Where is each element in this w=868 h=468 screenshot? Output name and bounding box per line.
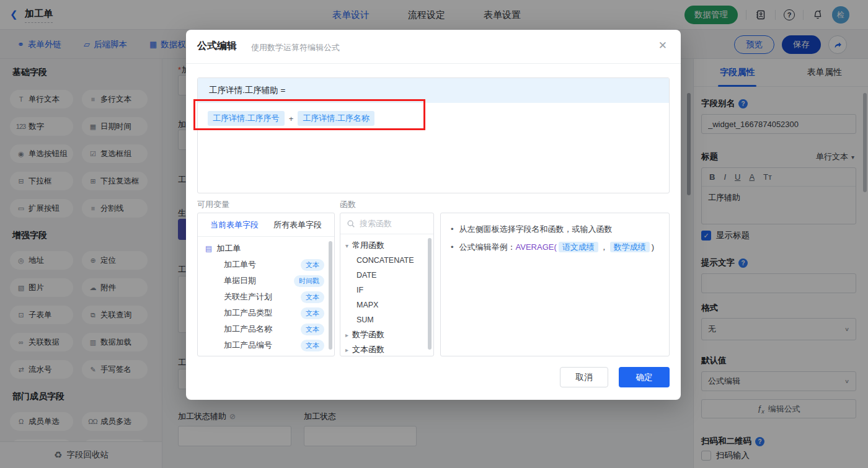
- field-chip[interactable]: 工序详情.工序名称: [298, 111, 374, 126]
- confirm-button[interactable]: 确定: [619, 367, 670, 387]
- collapsed-function-groups: ▸ 数学函数 ▸ 文本函数: [340, 327, 433, 356]
- variable-field-list: 加工单号 文本 单据日期 时间戳 关联生产计划 文本 加工产品类型 文本: [198, 257, 334, 353]
- variable-field-name: 关联生产计划: [224, 291, 272, 302]
- example-field-chip: 数学成绩: [610, 242, 650, 252]
- function-list: CONCATENATE DATE IF MAPX SUM: [340, 253, 433, 327]
- cancel-button[interactable]: 取消: [560, 367, 608, 387]
- formula-edit-modal: 公式编辑 使用数学运算符编辑公式 ✕ 工序详情.工序辅助 = 工序详情.工序序号…: [186, 30, 681, 400]
- function-group-collapsed[interactable]: ▸ 文本函数: [340, 342, 433, 356]
- variable-field-name: 加工产品名称: [224, 324, 272, 335]
- formula-expression[interactable]: 工序详情.工序序号 + 工序详情.工序名称: [198, 103, 669, 134]
- tab-current-form-fields[interactable]: 当前表单字段: [210, 219, 259, 231]
- field-chip[interactable]: 工序详情.工序序号: [208, 111, 285, 126]
- function-item[interactable]: IF: [340, 283, 433, 298]
- bullet-icon: •: [451, 223, 454, 235]
- tip-text: 从左侧面板选择字段名和函数，或输入函数: [459, 223, 613, 235]
- example-field-chip: 语文成绩: [559, 242, 598, 252]
- variables-scrollbar[interactable]: [329, 241, 332, 350]
- function-group-collapsed[interactable]: ▸ 数学函数: [340, 327, 433, 342]
- variable-type-badge: 文本: [301, 291, 324, 303]
- variable-type-badge: 文本: [301, 259, 324, 271]
- plus-operator: +: [289, 114, 294, 123]
- variables-label: 可用变量: [197, 199, 229, 210]
- function-group-label: 文本函数: [352, 344, 384, 355]
- functions-scrollbar[interactable]: [428, 238, 432, 350]
- functions-panel: ▾ 常用函数 CONCATENATE DATE IF MAPX SUM ▸ 数学…: [340, 213, 434, 356]
- bullet-icon: •: [451, 241, 454, 253]
- tab-all-form-fields[interactable]: 所有表单字段: [273, 219, 322, 231]
- formula-target: 工序详情.工序辅助 =: [198, 78, 669, 103]
- modal-subtitle: 使用数学运算符编辑公式: [251, 42, 340, 53]
- function-group-label: 数学函数: [352, 329, 384, 340]
- variable-type-badge: 文本: [301, 307, 324, 319]
- close-icon[interactable]: ✕: [658, 39, 667, 52]
- formula-editor[interactable]: 工序详情.工序辅助 = 工序详情.工序序号 + 工序详情.工序名称: [197, 77, 670, 193]
- variable-field-row[interactable]: 加工产品编号 文本: [198, 337, 334, 353]
- variable-type-badge: 时间戳: [294, 275, 324, 287]
- variable-field-name: 单据日期: [224, 275, 256, 286]
- function-group-common[interactable]: ▾ 常用函数: [340, 238, 433, 253]
- formula-help-panel: • 从左侧面板选择字段名和函数，或输入函数 • 公式编辑举例：AVERAGE(语…: [440, 213, 670, 356]
- chevron-right-icon: ▸: [345, 347, 348, 353]
- variable-field-row[interactable]: 加工产品类型 文本: [198, 305, 334, 321]
- variable-field-row[interactable]: 加工单号 文本: [198, 257, 334, 273]
- chevron-right-icon: ▸: [345, 332, 348, 338]
- variable-type-badge: 文本: [301, 340, 324, 351]
- functions-label: 函数: [340, 199, 356, 210]
- form-tree-root-label: 加工单: [216, 243, 241, 254]
- function-item[interactable]: SUM: [340, 312, 433, 327]
- tip-example-row: • 公式编辑举例：AVERAGE(语文成绩，数学成绩): [451, 241, 659, 253]
- function-group-label: 常用函数: [352, 240, 384, 251]
- example-function-name: AVERAGE(: [516, 242, 557, 252]
- chevron-down-icon: ▾: [345, 242, 348, 249]
- form-tree-root[interactable]: ▤ 加工单: [198, 237, 334, 257]
- variable-field-name: 加工产品编号: [224, 340, 272, 351]
- variable-field-row[interactable]: 加工产品名称 文本: [198, 321, 334, 337]
- variable-field-row[interactable]: 关联生产计划 文本: [198, 289, 334, 305]
- variable-field-name: 加工产品类型: [224, 307, 272, 319]
- variables-tabs: 当前表单字段 所有表单字段: [198, 213, 334, 237]
- function-item[interactable]: CONCATENATE: [340, 253, 433, 268]
- tip-example: 公式编辑举例：AVERAGE(语文成绩，数学成绩): [459, 241, 655, 253]
- form-doc-icon: ▤: [205, 244, 212, 253]
- function-search[interactable]: [340, 213, 433, 234]
- variable-field-name: 加工单号: [224, 259, 256, 270]
- variable-type-badge: 文本: [301, 324, 324, 335]
- function-item[interactable]: DATE: [340, 268, 433, 283]
- variable-field-row[interactable]: 单据日期 时间戳: [198, 273, 334, 289]
- modal-header: 公式编辑 使用数学运算符编辑公式 ✕: [186, 30, 681, 64]
- variables-panel: 当前表单字段 所有表单字段 ▤ 加工单 加工单号 文本 单据日期 时间戳 关联生…: [197, 213, 335, 356]
- function-search-input[interactable]: [360, 219, 422, 228]
- search-icon: [347, 219, 355, 228]
- modal-title: 公式编辑: [197, 40, 237, 53]
- function-item[interactable]: MAPX: [340, 298, 433, 312]
- tip-row: • 从左侧面板选择字段名和函数，或输入函数: [451, 223, 659, 235]
